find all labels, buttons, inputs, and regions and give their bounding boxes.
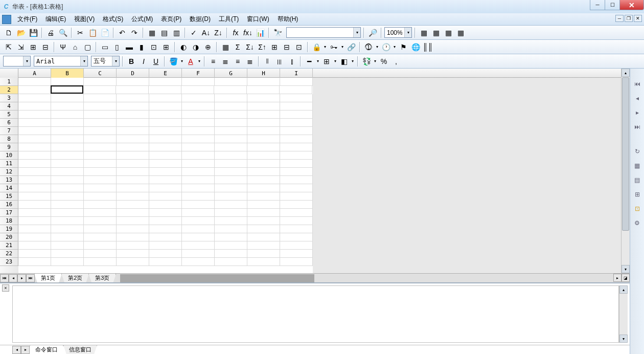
row-header[interactable]: 17 bbox=[0, 209, 18, 217]
cell[interactable] bbox=[280, 168, 313, 176]
cell[interactable] bbox=[149, 258, 182, 266]
cell[interactable] bbox=[280, 233, 313, 241]
cell[interactable] bbox=[247, 217, 280, 225]
cell[interactable] bbox=[18, 209, 51, 217]
t2-d-icon[interactable]: ⊟ bbox=[40, 41, 51, 53]
cell[interactable] bbox=[280, 78, 313, 86]
border-dd[interactable]: ▾ bbox=[333, 59, 337, 63]
select-all-corner[interactable] bbox=[0, 69, 18, 78]
clock-dd[interactable]: ▾ bbox=[393, 45, 397, 49]
cell[interactable] bbox=[117, 127, 149, 135]
align-justify-icon[interactable]: ≣ bbox=[244, 56, 256, 67]
cell[interactable] bbox=[182, 217, 215, 225]
cell[interactable] bbox=[247, 127, 280, 135]
font-color-icon[interactable]: A bbox=[185, 56, 196, 67]
cell[interactable] bbox=[18, 192, 51, 201]
chart-icon[interactable]: 📊 bbox=[255, 27, 266, 38]
cell[interactable] bbox=[18, 102, 51, 110]
cell[interactable] bbox=[51, 160, 84, 168]
cell[interactable] bbox=[117, 110, 149, 119]
key-dd[interactable]: ▾ bbox=[340, 45, 344, 49]
menu-format[interactable]: 格式(S) bbox=[99, 14, 127, 25]
search-dropdown[interactable]: ▾ bbox=[353, 28, 360, 37]
cell[interactable] bbox=[84, 143, 117, 151]
undo-icon[interactable]: ↶ bbox=[117, 27, 128, 38]
cell[interactable] bbox=[247, 168, 280, 176]
cell[interactable] bbox=[84, 184, 117, 192]
mdi-restore[interactable]: ❐ bbox=[625, 15, 633, 22]
align-right-icon[interactable]: ≡ bbox=[232, 56, 243, 67]
cell[interactable] bbox=[117, 143, 149, 151]
menu-help[interactable]: 帮助(H) bbox=[273, 14, 303, 25]
cell[interactable] bbox=[182, 151, 215, 160]
cell[interactable] bbox=[51, 168, 84, 176]
cell[interactable] bbox=[84, 78, 117, 86]
cell[interactable] bbox=[51, 217, 84, 225]
panel1-icon[interactable]: ▦ bbox=[418, 27, 429, 38]
cell[interactable] bbox=[51, 119, 84, 127]
row-header[interactable]: 9 bbox=[0, 143, 18, 151]
t2-l-icon[interactable]: ⊡ bbox=[148, 41, 159, 53]
cell[interactable] bbox=[18, 143, 51, 151]
cell[interactable] bbox=[18, 168, 51, 176]
cell[interactable] bbox=[247, 102, 280, 110]
row-header[interactable]: 7 bbox=[0, 127, 18, 135]
cell[interactable] bbox=[117, 217, 149, 225]
cell[interactable] bbox=[280, 110, 313, 119]
cell[interactable] bbox=[149, 225, 182, 233]
cell[interactable] bbox=[51, 94, 84, 102]
cell[interactable] bbox=[84, 160, 117, 168]
cell[interactable] bbox=[280, 209, 313, 217]
cell[interactable] bbox=[51, 258, 84, 266]
save-icon[interactable]: 💾 bbox=[28, 27, 39, 38]
cell[interactable] bbox=[18, 86, 51, 94]
cell[interactable] bbox=[51, 110, 84, 119]
cell[interactable] bbox=[51, 250, 84, 258]
cell[interactable] bbox=[247, 86, 280, 94]
cell[interactable] bbox=[84, 192, 117, 201]
cell[interactable] bbox=[247, 233, 280, 241]
cell[interactable] bbox=[247, 176, 280, 184]
col-header-G[interactable]: G bbox=[215, 69, 247, 78]
search-input[interactable] bbox=[287, 28, 353, 37]
cell[interactable] bbox=[84, 225, 117, 233]
cell[interactable] bbox=[116, 86, 149, 94]
valign-mid-icon[interactable]: ⫼ bbox=[274, 56, 285, 67]
cell[interactable] bbox=[182, 94, 215, 102]
redo-icon[interactable]: ↷ bbox=[129, 27, 140, 38]
cell[interactable] bbox=[280, 143, 313, 151]
cell[interactable] bbox=[280, 94, 313, 102]
rside-e-icon[interactable]: ⚙ bbox=[632, 218, 642, 228]
sort-asc-icon[interactable]: A↓ bbox=[200, 27, 212, 38]
link-icon[interactable]: 🔗 bbox=[346, 41, 357, 53]
cell[interactable] bbox=[215, 160, 247, 168]
cell[interactable] bbox=[18, 233, 51, 241]
cell[interactable] bbox=[149, 201, 182, 209]
t2-b-icon[interactable]: ⇲ bbox=[15, 41, 27, 53]
sum2-icon[interactable]: Σ↓ bbox=[244, 41, 256, 53]
cell[interactable] bbox=[247, 143, 280, 151]
font-size-input[interactable] bbox=[91, 56, 112, 66]
underline-icon[interactable]: U bbox=[150, 56, 162, 67]
cell[interactable] bbox=[117, 94, 149, 102]
cell[interactable] bbox=[117, 78, 149, 86]
row-header[interactable]: 13 bbox=[0, 176, 18, 184]
cell[interactable] bbox=[182, 258, 215, 266]
col-header-D[interactable]: D bbox=[117, 69, 149, 78]
cell[interactable] bbox=[182, 225, 215, 233]
menu-sheet[interactable]: 表页(P) bbox=[157, 14, 186, 25]
menu-file[interactable]: 文件(F) bbox=[13, 14, 41, 25]
row-header[interactable]: 15 bbox=[0, 192, 18, 201]
cell[interactable] bbox=[18, 241, 51, 250]
bg-dd[interactable]: ▾ bbox=[351, 59, 355, 63]
t2-k-icon[interactable]: ▮ bbox=[136, 41, 147, 53]
cell[interactable] bbox=[117, 192, 149, 201]
t2-o-icon[interactable]: ◑ bbox=[190, 41, 201, 53]
cell[interactable] bbox=[280, 192, 313, 201]
cell[interactable] bbox=[215, 209, 247, 217]
t2-g-icon[interactable]: ▢ bbox=[82, 41, 93, 53]
cell[interactable] bbox=[51, 85, 83, 94]
cell[interactable] bbox=[149, 233, 182, 241]
cell[interactable] bbox=[51, 225, 84, 233]
t2-m-icon[interactable]: ⊞ bbox=[160, 41, 172, 53]
